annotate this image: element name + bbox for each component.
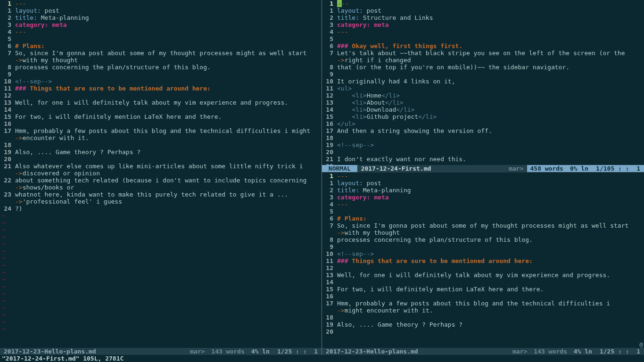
code-line[interactable]: 11### Things that are sure to be mention… [322,257,644,264]
code-line[interactable]: 4--- [322,28,644,35]
code-line[interactable]: 8that (or the top if you're on mobile))~… [322,64,644,71]
code-line[interactable]: 4--- [322,201,644,208]
line-number: 14 [322,106,337,113]
code-line[interactable]: 1--- [322,173,644,180]
code-line[interactable]: 1layout: post [0,7,322,14]
code-line[interactable]: 7So, since I'm gonna post about some of … [322,222,644,229]
code-line[interactable]: 22 [322,163,644,165]
code-line[interactable]: 16</ul> [322,120,644,127]
line-number: 9 [0,71,15,78]
code-line[interactable]: ->shows/books or [0,184,322,191]
code-line[interactable]: 7Let's talk about ~~that black stripe yo… [322,49,644,57]
code-line[interactable]: 19Also, .... Game theory ? Perhaps ? [0,148,322,156]
code-line[interactable]: 13 <li>About</li> [322,99,644,106]
code-line[interactable]: 18 [0,141,322,148]
code-line[interactable]: 5 [0,35,322,42]
code-line[interactable]: 1layout: post [322,180,644,187]
code-line[interactable]: 1--- [322,0,644,7]
code-line[interactable]: 12 [0,92,322,99]
buffer-right-bottom[interactable]: @ 1---1layout: post2title: Meta-planning… [322,173,644,348]
code-line[interactable]: 10It originally had 4 links on it, [322,78,644,85]
code-line[interactable]: 3category: meta [322,194,644,201]
code-line[interactable]: 19<!--sep--> [322,141,644,148]
pane-right-top[interactable]: 1---1layout: post2title: Structure and L… [322,0,644,173]
code-line[interactable]: 10<!--sep--> [322,250,644,257]
code-line[interactable]: 21I don't exactly want nor need this. [322,156,644,163]
code-line[interactable]: 16 [0,120,322,127]
empty-line-tilde: ~ [0,219,322,226]
pane-left[interactable]: 1---1layout: post2title: Meta-planning3c… [0,0,322,355]
buffer-right-top[interactable]: 1---1layout: post2title: Structure and L… [322,0,644,165]
code-line[interactable]: 6### Okay well, first things first. [322,42,644,49]
code-line[interactable]: 1--- [0,0,322,7]
line-content [15,120,322,127]
line-number [0,198,15,205]
line-number: 7 [0,49,15,57]
line-content: title: Structure and Links [337,14,644,21]
code-line[interactable]: 17And then a string showing the version … [322,127,644,134]
line-content: Well, for one i will definitely talk abo… [15,99,322,106]
command-line[interactable]: "2017-12-24-First.md" 105L, 2781C [0,355,644,362]
code-line[interactable]: 14 <li>Download</li> [322,106,644,113]
code-line[interactable]: ->might encounter with it. [322,307,644,314]
code-line[interactable]: 17Hmm, probably a few posts about this b… [322,300,644,307]
code-line[interactable]: 5 [322,208,644,215]
code-line[interactable]: 2title: Meta-planning [0,14,322,21]
code-line[interactable]: 6# Plans: [0,42,322,49]
empty-line-tilde: ~ [0,247,322,255]
code-line[interactable]: 20 [0,156,322,163]
code-line[interactable]: ->encounter with it. [0,134,322,141]
code-line[interactable]: 13Well, for one i will definitely talk a… [322,272,644,279]
code-line[interactable]: 9 [0,71,322,78]
code-line[interactable]: 1layout: post [322,7,644,14]
code-line[interactable]: 24?) [0,205,322,212]
code-line[interactable]: 17Hmm, probably a few posts about this b… [0,127,322,134]
code-line[interactable]: 16 [322,293,644,300]
code-line[interactable]: 10<!--sep--> [0,78,322,85]
code-line[interactable]: 21Also whatever else comes up like mini-… [0,163,322,170]
pane-right-bottom[interactable]: @ 1---1layout: post2title: Meta-planning… [322,173,644,355]
code-line[interactable]: 15For two, i will definitely mention LaT… [0,113,322,120]
code-line[interactable]: 22about something tech related (because … [0,177,322,184]
code-line[interactable]: 5 [322,35,644,42]
code-line[interactable]: 13Well, for one i will definitely talk a… [0,99,322,106]
code-line[interactable]: ->with my thought [0,57,322,64]
line-number: 12 [322,264,337,272]
code-line[interactable]: 8processes concerning the plan/structure… [0,64,322,71]
code-line[interactable]: 2title: Structure and Links [322,14,644,21]
code-line[interactable]: 12 [322,264,644,272]
code-line[interactable]: ->'professional feel' i guess [0,198,322,205]
code-line[interactable]: 20 [322,328,644,335]
code-line[interactable]: 14 [322,279,644,286]
line-content: And then a string showing the version of… [337,127,644,134]
code-line[interactable]: 20 [322,148,644,156]
line-content [337,35,644,42]
code-line[interactable]: 7So, since I'm gonna post about some of … [0,49,322,57]
code-line[interactable]: 23whatnot here, kinda want to make this … [0,191,322,198]
code-line[interactable]: 19Also, .... Game theory ? Perhaps ? [322,321,644,328]
code-line[interactable]: 15For two, i will definitely mention LaT… [322,286,644,293]
code-line[interactable]: 9 [322,243,644,250]
code-line[interactable]: ->right if i changed [322,57,644,64]
code-line[interactable]: 4--- [0,28,322,35]
code-line[interactable]: 8processes concerning the plan/structure… [322,236,644,243]
code-line[interactable]: 18 [322,314,644,321]
code-line[interactable]: 3category: meta [0,21,322,28]
code-line[interactable]: 12 <li>Home</li> [322,92,644,99]
code-line[interactable]: 9 [322,71,644,78]
line-number: 1 [322,0,337,7]
code-line[interactable]: ->discovered or opinion [0,170,322,177]
code-line[interactable]: ->with my thought [322,229,644,236]
status-percent: 0% ln [566,165,592,172]
line-content [15,141,322,148]
code-line[interactable]: 18 [322,134,644,141]
code-line[interactable]: 3category: meta [322,21,644,28]
code-line[interactable]: 11<ul> [322,85,644,92]
code-line[interactable]: 2title: Meta-planning [322,187,644,194]
status-percent: 4% ln [570,348,596,355]
code-line[interactable]: 11### Things that are sure to be mention… [0,85,322,92]
code-line[interactable]: 15 <li>Github project</li> [322,113,644,120]
buffer-left[interactable]: 1---1layout: post2title: Meta-planning3c… [0,0,322,348]
code-line[interactable]: 6# Plans: [322,215,644,222]
code-line[interactable]: 14 [0,106,322,113]
